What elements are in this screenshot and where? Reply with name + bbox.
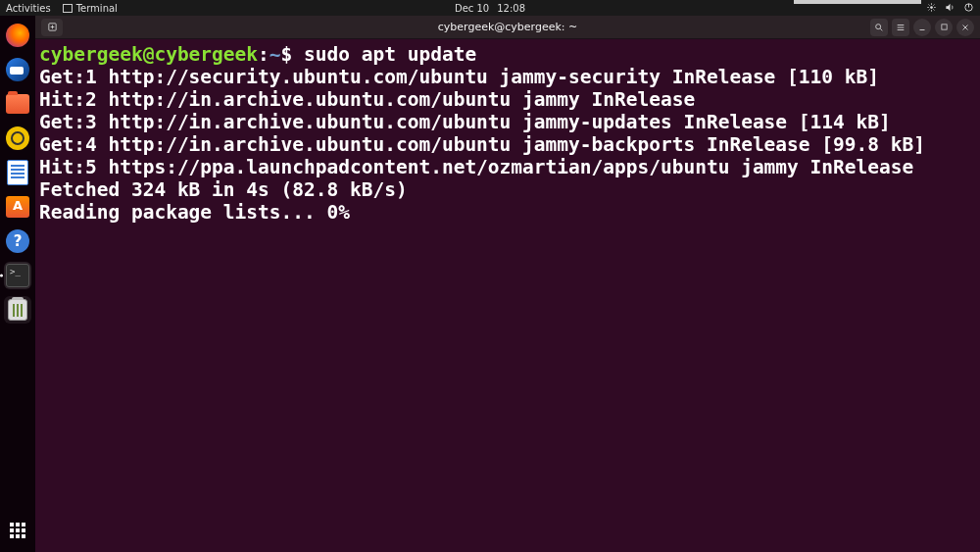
dock-writer[interactable]: [4, 159, 31, 186]
search-button[interactable]: [870, 19, 888, 36]
software-icon: [6, 196, 29, 218]
svg-point-6: [876, 24, 881, 28]
rhythmbox-icon: [6, 126, 29, 150]
svg-rect-12: [941, 25, 946, 29]
output-line: Get:1 http://security.ubuntu.com/ubuntu …: [39, 66, 879, 88]
dock-rhythmbox[interactable]: [4, 125, 31, 152]
minimize-button[interactable]: [913, 19, 931, 36]
prompt-sep: :: [258, 43, 270, 66]
prompt-path: ~: [270, 43, 281, 66]
dock-software[interactable]: [4, 193, 31, 221]
power-icon[interactable]: [963, 2, 974, 15]
window-title: cybergeek@cybergeek: ~: [438, 21, 577, 33]
apps-grid-icon: [10, 523, 25, 538]
output-line: Get:4 http://in.archive.ubuntu.com/ubunt…: [39, 133, 925, 156]
prompt-dollar: $: [281, 43, 304, 66]
svg-line-7: [880, 28, 882, 30]
window-header: cybergeek@cybergeek: ~: [35, 16, 980, 39]
dock-help[interactable]: ?: [4, 227, 31, 255]
thunderbird-icon: [6, 58, 29, 81]
dock: ?: [0, 16, 35, 552]
volume-icon[interactable]: [945, 2, 956, 15]
help-icon: ?: [6, 229, 29, 253]
svg-point-0: [930, 6, 933, 9]
output-line: Get:3 http://in.archive.ubuntu.com/ubunt…: [39, 111, 891, 133]
output-line: Hit:5 https://ppa.launchpadcontent.net/o…: [39, 156, 913, 178]
close-button[interactable]: [956, 19, 974, 36]
files-icon: [6, 94, 29, 114]
firefox-icon: [6, 24, 29, 47]
terminal-window: cybergeek@cybergeek: ~ cybergee: [35, 16, 980, 552]
hamburger-menu[interactable]: [892, 19, 909, 36]
tray-gap: [794, 0, 921, 4]
new-tab-button[interactable]: [41, 19, 63, 36]
clock-date: Dec 10: [455, 3, 489, 14]
network-icon[interactable]: [926, 2, 937, 15]
maximize-button[interactable]: [935, 19, 953, 36]
output-line: Hit:2 http://in.archive.ubuntu.com/ubunt…: [39, 88, 695, 111]
dock-trash[interactable]: [4, 296, 31, 324]
show-applications[interactable]: [4, 517, 31, 544]
dock-terminal[interactable]: [4, 262, 31, 289]
dock-thunderbird[interactable]: [4, 56, 31, 83]
output-line: Reading package lists... 0%: [39, 201, 350, 224]
output-line: Fetched 324 kB in 4s (82.8 kB/s): [39, 178, 408, 201]
terminal-dock-icon: [6, 264, 29, 287]
dock-files[interactable]: [4, 90, 31, 118]
clock[interactable]: Dec 10 12:08: [455, 3, 525, 14]
dock-firefox[interactable]: [4, 22, 31, 49]
trash-icon: [8, 299, 27, 321]
clock-time: 12:08: [497, 3, 525, 14]
prompt-user: cybergeek@cybergeek: [39, 43, 258, 66]
terminal-body[interactable]: cybergeek@cybergeek:~$ sudo apt update G…: [35, 39, 980, 552]
app-menu-label: Terminal: [76, 3, 118, 14]
command-text: sudo apt update: [304, 43, 476, 66]
writer-icon: [7, 160, 28, 185]
activities-button[interactable]: Activities: [6, 3, 51, 14]
app-menu[interactable]: Terminal: [63, 3, 118, 14]
terminal-icon: [63, 4, 73, 13]
